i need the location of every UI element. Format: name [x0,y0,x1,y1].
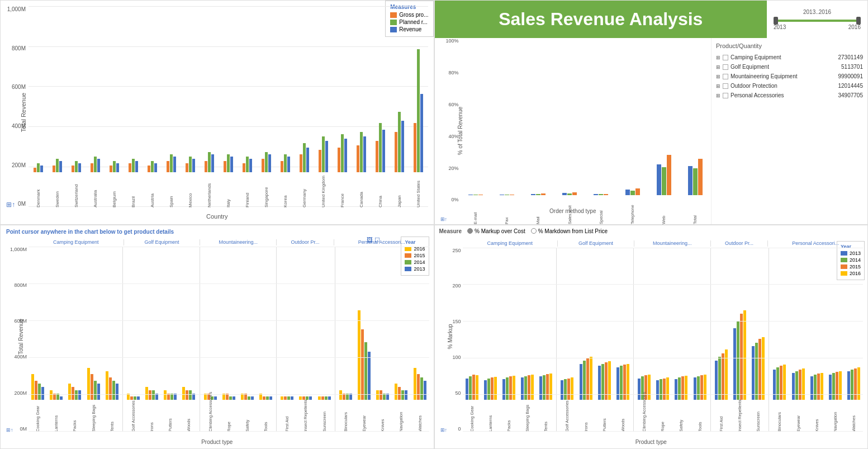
br-section-divider-line [633,248,634,432]
expand-icon[interactable]: ⊞ [716,93,720,98]
slider-label: 2013..2016 [774,9,861,15]
om-bar-segment [500,195,504,195]
br-section-label: Golf Equipment [558,240,634,247]
slider-handle-right[interactable] [856,17,861,25]
om-bar-segment [473,195,478,195]
product-label: Cooking Gear [35,401,40,432]
filter-icon[interactable]: ⊞↑ [6,201,15,209]
br-product-bar-group: Sleeping Bags [518,375,537,432]
year-bar [325,396,328,400]
om-filter-icon[interactable]: ⊞↑ [440,216,448,222]
product-row[interactable]: ⊞ Outdoor Protection 12014445 [716,81,863,91]
product-label: Putters [168,401,173,432]
product-checkbox[interactable] [723,93,728,98]
br-year-bar [564,379,567,400]
product-checkbox[interactable] [723,55,728,60]
measure-markup-label: % Markup over Cost [475,228,525,234]
country-group: Italy [219,154,238,207]
product-year-bars [145,387,158,400]
year-bar [164,390,167,400]
radio-markup[interactable] [467,228,473,234]
country-label: Denmark [36,174,41,207]
product-bar-group: Tools [257,394,275,432]
expand-icon[interactable]: ⊞ [716,83,720,89]
slider-handle-left[interactable] [774,17,778,25]
product-bar-group: Eyewear [355,310,373,432]
br-product-year-bars [847,367,860,400]
product-row[interactable]: ⊞ Golf Equipment 5113701 [716,62,863,72]
country-group: Finland [238,157,257,207]
om-bar-label: Telephone [630,196,635,224]
br-year-bar [616,367,619,400]
br-product-bar-group: Watches [845,367,863,432]
om-bar-segment [599,194,603,195]
country-label: United Kingdom [321,174,326,207]
om-bar-col: Special [594,194,608,224]
br-product-year-bars [675,376,687,400]
country-group: Austria [143,161,162,207]
year-bar [134,396,136,400]
year-bar [127,394,130,400]
product-row[interactable]: ⊞ Camping Equipment 27301149 [716,53,863,62]
year-bar [137,396,140,400]
gross-bar [91,163,93,172]
product-name: ⊞ Golf Equipment [716,64,769,70]
product-bar-group: Woods [179,387,198,432]
slider-track[interactable] [774,20,861,22]
year-bar [248,396,250,400]
product-checkbox[interactable] [723,74,728,79]
measure-option-markdown[interactable]: % Markdown from List Price [531,228,608,234]
br-year-bar [817,374,820,400]
planned-bar [227,154,230,172]
br-year-bar [601,364,604,400]
br-year-bar [694,377,696,400]
bl-filter-icon[interactable]: ⊞↑ [6,427,13,433]
product-bar-group: Rope [220,394,238,432]
product-bar-group: Insect Repellents [296,396,315,432]
year-bar [155,394,158,400]
bl-chart-area: Camping EquipmentGolf EquipmentMountaine… [29,237,429,432]
year-slider-area: 2013..2016 2013 2016 [767,1,867,38]
product-row[interactable]: ⊞ Mountaineering Equipment 99900091 [716,72,863,81]
year-bar [259,394,262,400]
br-year-bar [472,375,475,400]
product-bar-group: Knives [373,390,392,432]
radio-markdown[interactable] [531,228,537,234]
br-year-bar [491,377,494,400]
country-group: Belgium [105,161,124,207]
product-label: Camping Equipment [731,54,781,60]
gross-bar [167,161,169,172]
br-year-bar [543,375,546,400]
product-year-bars [31,374,44,400]
country-group: Denmark [29,163,48,207]
product-year-bars [68,384,81,400]
expand-icon[interactable]: ⊞ [716,55,720,60]
br-year-bar [829,375,832,400]
br-section-label: Personal Accessori... [768,240,863,247]
om-bar-segment [667,155,671,195]
measure-option-markup[interactable]: % Markup over Cost [467,228,525,234]
product-name: ⊞ Outdoor Protection [716,83,777,89]
year-bar [109,377,112,400]
om-bar-stack [688,159,703,195]
year-bar [222,394,225,400]
product-checkbox[interactable] [723,83,728,89]
year-bar [56,394,59,400]
revenue-bar [382,130,385,172]
product-checkbox[interactable] [723,64,728,70]
product-row[interactable]: ⊞ Personal Accessories 34907705 [716,91,863,100]
chart-hint: Point cursor anywhere in the chart below… [6,229,174,235]
bl-y-labels: 1,000M 800M 600M 400M 200M 0M [3,247,27,432]
product-label: First Aid [284,401,290,432]
expand-icon[interactable]: ⊞ [716,64,720,70]
om-bar-stack [657,155,671,195]
br-y-labels: 250 200 150 100 50 0 [438,248,461,432]
product-label: Rope [226,401,231,432]
year-bar [405,390,407,400]
br-year-bar [799,370,801,400]
br-product-bar-group: Safety [672,376,690,432]
year-bar [241,394,244,400]
br-filter-icon[interactable]: ⊞↑ [440,427,448,433]
year-bar [189,390,192,400]
expand-icon[interactable]: ⊞ [716,74,720,79]
